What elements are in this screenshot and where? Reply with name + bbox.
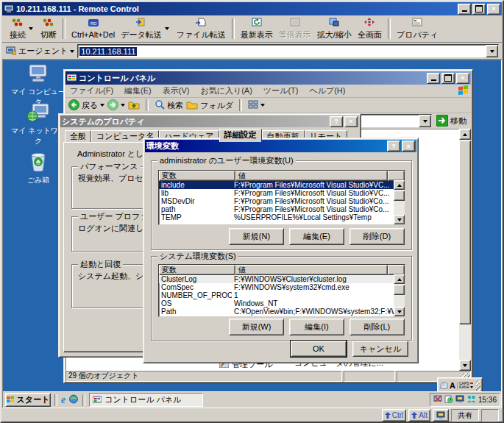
sysprops-help-button[interactable]: ? — [330, 116, 343, 127]
table-row[interactable]: ComSpec F:¥WINDOWS¥system32¥cmd.exe — [159, 283, 405, 291]
sysprops-close-button[interactable]: × — [344, 116, 358, 127]
menu-view[interactable]: 表示(V) — [163, 85, 190, 96]
tray-clock[interactable]: 15:36 — [478, 396, 497, 404]
tab-general[interactable]: 全般 — [65, 130, 91, 142]
scroll-up-icon[interactable] — [459, 129, 471, 140]
envvars-close-button[interactable]: × — [402, 141, 415, 152]
alt-key-button[interactable]: Alt — [408, 409, 430, 422]
tab-advanced[interactable]: 詳細設定 — [219, 129, 262, 142]
search-button[interactable]: 検索 — [155, 99, 183, 111]
tray-network-error-icon[interactable] — [433, 395, 442, 405]
column-value[interactable]: 値 — [235, 171, 388, 181]
table-row[interactable]: NUMBER_OF_PROC... 1 — [159, 291, 405, 299]
data-transfer-button[interactable]: データ転送 — [118, 17, 165, 41]
app-titlebar[interactable]: 10.211.168.111 - Remote Control × — [2, 2, 502, 15]
user-table-scrollbar[interactable] — [394, 180, 405, 224]
menu-file[interactable]: ファイル(F) — [70, 85, 113, 96]
show-desktop-icon[interactable] — [68, 394, 79, 405]
ie-quicklaunch-icon[interactable]: e — [61, 395, 65, 405]
menu-edit[interactable]: 編集(E) — [124, 85, 152, 96]
system-edit-button[interactable]: 編集(I) — [289, 319, 344, 335]
connect-dropdown-icon[interactable] — [29, 27, 33, 30]
ime-bar[interactable]: A CAPS KANA — [437, 377, 483, 393]
cp-minimize-button[interactable] — [427, 73, 440, 84]
agent-combobox-arrow[interactable] — [486, 45, 498, 57]
back-dropdown-icon[interactable] — [100, 104, 104, 107]
tray-users-icon[interactable] — [466, 395, 476, 405]
scroll-up-icon[interactable] — [394, 180, 405, 190]
user-variables-table[interactable]: 変数 値 include F:¥Program Files¥Microsoft … — [158, 170, 405, 225]
fullscreen-button[interactable]: 全画面 — [355, 17, 385, 41]
control-panel-titlebar[interactable]: コントロール パネル × — [65, 71, 471, 85]
column-variable[interactable]: 変数 — [159, 171, 235, 181]
scroll-up-icon[interactable] — [394, 274, 405, 284]
go-button[interactable]: 移動 — [434, 115, 469, 128]
ime-grip[interactable] — [476, 380, 480, 391]
scrollbar-thumb[interactable] — [394, 191, 405, 201]
table-row[interactable]: ClusterLog F:¥WINDOWS¥Cluster¥cluster.lo… — [159, 275, 405, 283]
views-dropdown-icon[interactable] — [260, 104, 265, 107]
agent-button[interactable]: エージェント — [6, 46, 74, 57]
forward-dropdown-icon[interactable] — [121, 104, 125, 107]
data-transfer-dropdown-icon[interactable] — [165, 27, 169, 30]
remote-desktop[interactable]: マイ コンピュータ マイ ネットワーク ごみ箱 コントロール パネル × — [2, 60, 502, 408]
envvars-titlebar[interactable]: 環境変数 ? × — [145, 140, 416, 152]
zoom-button[interactable]: 拡大/縮小 — [314, 17, 355, 41]
user-new-button[interactable]: 新規(N) — [229, 228, 284, 245]
scroll-down-icon[interactable] — [459, 360, 471, 371]
table-row[interactable]: OS Windows_NT — [159, 299, 405, 308]
scroll-down-icon[interactable] — [394, 215, 405, 224]
system-table-scrollbar[interactable] — [394, 274, 405, 316]
scroll-down-icon[interactable] — [394, 307, 405, 316]
refresh-button[interactable]: 最新表示 — [238, 17, 276, 41]
app-minimize-button[interactable] — [458, 4, 471, 15]
folders-button[interactable]: フォルダ — [186, 100, 233, 111]
system-new-button[interactable]: 新規(W) — [229, 319, 284, 335]
app-close-button[interactable]: × — [487, 4, 500, 15]
table-row[interactable]: TEMP %USERPROFILE%¥Local Settings¥Temp — [159, 213, 405, 221]
start-button[interactable]: スタート — [5, 393, 51, 407]
desktop-icon-my-computer[interactable]: マイ コンピュータ — [9, 64, 68, 107]
cp-maximize-button[interactable] — [441, 73, 455, 84]
user-delete-button[interactable]: 削除(D) — [349, 228, 405, 245]
table-row[interactable]: include F:¥Program Files¥Microsoft Visua… — [159, 181, 405, 189]
system-variables-table[interactable]: 変数 値 ClusterLog F:¥WINDOWS¥Cluster¥clust… — [158, 264, 405, 317]
ime-input-mode[interactable]: A — [450, 381, 455, 390]
table-row[interactable]: Path C:¥OpenView¥bin;F:¥WINDOWS¥system32… — [159, 308, 405, 316]
table-row[interactable]: lib F:¥Program Files¥Microsoft Visual St… — [159, 189, 405, 197]
views-button[interactable] — [248, 100, 265, 110]
tray-scheduler-icon[interactable] — [444, 395, 453, 405]
envvars-help-button[interactable]: ? — [387, 141, 400, 152]
ctrl-alt-del-button[interactable]: RD Ctrl+Alt+Del — [68, 18, 118, 40]
address-combobox-arrow[interactable] — [419, 115, 431, 127]
tray-display-icon[interactable] — [455, 395, 464, 405]
ime-kana-label[interactable]: KANA — [459, 385, 469, 389]
menu-help[interactable]: ヘルプ(H) — [309, 85, 345, 96]
cp-close-button[interactable]: × — [456, 73, 469, 84]
column-variable[interactable]: 変数 — [159, 265, 235, 275]
taskbar-task-control-panel[interactable]: コントロール パネル — [89, 393, 203, 407]
sysprops-titlebar[interactable]: システムのプロパティ ? × — [60, 115, 359, 127]
cancel-button[interactable]: キャンセル — [352, 341, 408, 357]
ctrl-key-button[interactable]: Ctrl — [382, 409, 407, 422]
monitor-status-button[interactable] — [433, 409, 449, 422]
system-delete-button[interactable]: 削除(L) — [349, 319, 405, 335]
file-transfer-button[interactable]: ファイル転送 — [174, 17, 229, 41]
user-edit-button[interactable]: 編集(E) — [289, 228, 344, 245]
forward-button[interactable] — [107, 99, 125, 112]
disconnect-button[interactable]: 切断 — [38, 17, 60, 41]
app-restore-button[interactable] — [472, 4, 486, 15]
connect-button[interactable]: 接続 — [7, 17, 29, 41]
menu-favorites[interactable]: お気に入り(A) — [200, 85, 252, 96]
table-row[interactable]: path F:¥Program Files¥Microsoft Visual S… — [159, 205, 405, 213]
properties-button[interactable]: プロパティ — [394, 17, 441, 41]
column-value[interactable]: 値 — [235, 265, 388, 275]
agent-combobox[interactable]: 10.211.168.111 — [77, 44, 499, 58]
content-scrollbar[interactable] — [459, 129, 471, 371]
table-row[interactable]: MSDevDir F:¥Program Files¥Microsoft Visu… — [159, 197, 405, 205]
ok-button[interactable]: OK — [291, 341, 347, 357]
back-button[interactable]: 戻る — [68, 99, 104, 112]
up-button[interactable] — [128, 99, 140, 111]
menu-tools[interactable]: ツール(T) — [263, 85, 299, 96]
scrollbar-thumb[interactable] — [394, 285, 405, 295]
